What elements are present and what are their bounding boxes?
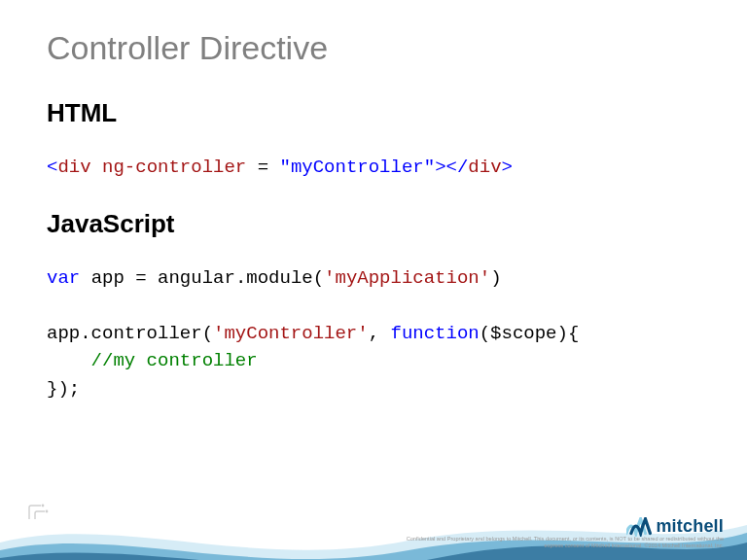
chip-icon: [27, 496, 62, 525]
close-tag-name: div: [468, 157, 501, 178]
brand-logo-text: mitchell: [656, 516, 724, 537]
space: [91, 157, 102, 178]
indent: [47, 350, 91, 371]
identifier-app: app: [91, 267, 124, 289]
code-block-html: <div ng-controller = "myController"></di…: [47, 154, 700, 182]
brand-logo: mitchell: [626, 516, 724, 537]
fn-args: ($scope){: [480, 323, 580, 344]
comment-my-controller: //my controller: [91, 350, 258, 371]
angle-bracket-open: <: [47, 157, 57, 178]
close-fn: });: [47, 378, 80, 400]
string-my-application: 'myApplication': [324, 267, 490, 289]
call-angular-module: angular.module(: [158, 267, 324, 289]
disclaimer-text: Confidential and Proprietary and belongs…: [403, 536, 724, 548]
brand-logo-mark-icon: [626, 517, 652, 537]
attr-name: ng-controller: [102, 157, 246, 178]
attr-value: "myController": [279, 157, 435, 178]
footer: mitchell Confidential and Proprietary an…: [0, 504, 747, 560]
comma: ,: [369, 323, 391, 344]
space: [147, 267, 158, 289]
space: [80, 267, 90, 289]
attr-eq: =: [246, 157, 279, 178]
section-heading-js: JavaScript: [47, 209, 700, 239]
slide-title: Controller Directive: [47, 29, 700, 67]
operator-eq: =: [135, 267, 146, 289]
close-paren: ): [490, 267, 501, 289]
keyword-function: function: [390, 323, 479, 344]
section-heading-html: HTML: [47, 98, 700, 128]
space: [124, 267, 135, 289]
svg-point-0: [42, 505, 45, 508]
svg-point-1: [46, 510, 49, 513]
call-app-controller: app.controller(: [47, 323, 213, 344]
slide: Controller Directive HTML <div ng-contro…: [0, 0, 747, 560]
tag-name: div: [57, 157, 90, 178]
keyword-var: var: [47, 267, 80, 289]
code-block-js: var app = angular.module('myApplication'…: [47, 264, 700, 403]
close-tag-open: </: [446, 157, 469, 178]
string-my-controller: 'myController': [213, 323, 369, 344]
tag-close: >: [435, 157, 445, 178]
close-tag-close: >: [502, 157, 513, 178]
